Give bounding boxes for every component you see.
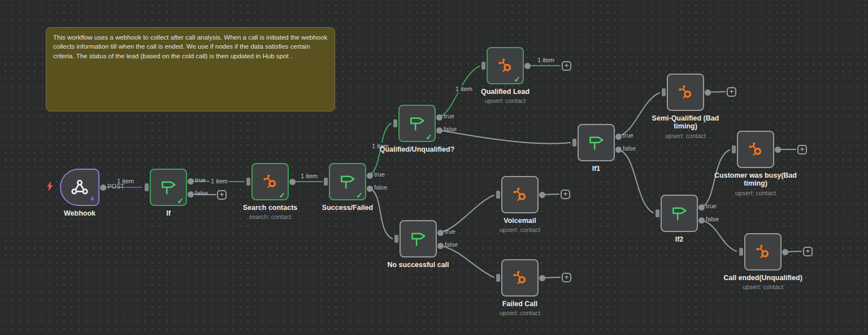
webhook-icon <box>70 178 89 197</box>
output-port-false[interactable] <box>437 243 444 249</box>
output-port[interactable] <box>289 179 296 185</box>
node-search-contacts[interactable]: ✓ Search contacts search: contact <box>251 163 289 200</box>
add-node-button[interactable]: + <box>562 273 571 282</box>
add-node-button[interactable]: + <box>561 190 570 199</box>
node-subtitle: upsert: contact <box>665 132 706 139</box>
port-label-true: true <box>374 171 385 178</box>
hubspot-icon <box>677 84 694 101</box>
node-if2-box[interactable] <box>661 195 698 232</box>
output-port-true[interactable] <box>436 114 442 121</box>
connection-if1-false-if2[interactable] <box>618 149 653 213</box>
add-node-button[interactable]: + <box>562 61 571 71</box>
output-port-false[interactable] <box>367 186 373 192</box>
hubspot-icon <box>497 57 514 74</box>
input-port[interactable] <box>496 191 500 199</box>
input-port[interactable] <box>393 119 397 127</box>
node-title: Semi-Qualified (Bad timing) <box>649 114 722 131</box>
node-semi-qualified-box[interactable] <box>667 74 704 111</box>
connection-qualified-false-if1[interactable] <box>439 130 570 144</box>
add-node-button[interactable]: + <box>217 190 227 200</box>
port-label-false: false <box>623 145 636 152</box>
node-call-ended-box[interactable] <box>744 233 782 270</box>
input-port[interactable] <box>572 139 576 147</box>
edge-label-items: 1 item <box>536 57 555 63</box>
sticky-note[interactable]: This workflow uses a webhook to collect … <box>46 27 335 111</box>
node-search-contacts-box[interactable]: ✓ <box>251 163 289 200</box>
connection-if2-false-callended[interactable] <box>701 220 736 251</box>
node-if-box[interactable]: ✓ <box>150 169 187 206</box>
add-node-button[interactable]: + <box>797 145 807 154</box>
node-if2[interactable]: true false If2 <box>661 195 698 232</box>
node-no-successful-call[interactable]: true false No successful call <box>400 220 437 257</box>
output-port-true[interactable] <box>698 204 705 211</box>
input-port[interactable] <box>481 62 485 70</box>
input-port[interactable] <box>394 235 398 243</box>
add-node-button[interactable]: + <box>803 247 813 256</box>
output-port[interactable] <box>775 147 781 153</box>
output-port-false[interactable] <box>615 147 622 153</box>
success-checkmark: ✓ <box>356 191 363 199</box>
plus-icon: + <box>730 87 734 96</box>
input-port[interactable] <box>246 178 250 186</box>
input-port[interactable] <box>662 88 666 96</box>
add-node-button[interactable]: + <box>727 87 736 97</box>
input-port[interactable] <box>739 248 743 256</box>
connection-successfailed-false-nosuccess[interactable] <box>369 188 392 239</box>
output-port-true[interactable] <box>615 134 622 140</box>
output-port-true[interactable] <box>437 230 444 236</box>
node-if1[interactable]: true false If1 <box>578 124 615 161</box>
node-customer-was-busy-box[interactable] <box>737 131 774 168</box>
node-failed-call-box[interactable] <box>501 259 539 297</box>
output-port[interactable] <box>705 89 711 96</box>
node-success-failed-box[interactable]: ✓ <box>329 163 366 200</box>
connection-nosuccess-true-voicemail[interactable] <box>440 195 494 233</box>
node-customer-was-busy[interactable]: Customer was busy(Bad timing) upsert: co… <box>737 131 774 168</box>
output-port-false[interactable] <box>188 191 194 197</box>
hubspot-icon <box>747 141 764 158</box>
node-subtitle: upsert: contact <box>485 97 526 104</box>
output-port-true[interactable] <box>188 178 194 184</box>
node-semi-qualified[interactable]: Semi-Qualified (Bad timing) upsert: cont… <box>667 74 704 111</box>
output-port-true[interactable] <box>367 173 373 179</box>
node-title: If1 <box>592 165 601 173</box>
port-label-true: true <box>706 203 717 209</box>
node-if1-box[interactable] <box>578 124 615 161</box>
output-port[interactable] <box>539 275 545 281</box>
success-checkmark: ✓ <box>514 75 520 83</box>
node-call-ended[interactable]: Call ended(Unqualified) upsert: contact <box>744 233 782 270</box>
node-success-failed[interactable]: ✓ true false Success/Failed <box>329 163 366 200</box>
input-port[interactable] <box>732 145 736 153</box>
node-title: Search contacts <box>243 204 298 212</box>
input-port[interactable] <box>656 209 659 217</box>
input-port[interactable] <box>145 183 149 191</box>
node-no-successful-call-box[interactable] <box>400 220 437 257</box>
node-if[interactable]: ✓ true false If <box>150 169 187 206</box>
input-port[interactable] <box>496 274 500 282</box>
node-subtitle: upsert: contact <box>500 226 540 233</box>
node-qualified-lead[interactable]: ✓ Qualified Lead upsert: contact <box>487 47 524 84</box>
node-qualified-lead-box[interactable]: ✓ <box>487 47 524 84</box>
input-port[interactable] <box>324 178 328 186</box>
node-webhook[interactable]: POST Webhook <box>60 169 99 206</box>
output-port[interactable] <box>100 184 106 191</box>
success-checkmark: ✓ <box>426 133 432 141</box>
plus-icon: + <box>806 247 810 255</box>
node-webhook-box[interactable] <box>60 169 99 206</box>
node-failed-call[interactable]: Failed Call upsert: contact <box>501 259 539 297</box>
output-port[interactable] <box>539 192 545 198</box>
node-qualified-unqualified-box[interactable]: ✓ <box>398 105 436 142</box>
port-label-false: false <box>445 241 458 248</box>
output-port[interactable] <box>524 63 531 69</box>
trigger-bolt-icon <box>46 181 54 191</box>
node-qualified-unqualified[interactable]: ✓ true false Qualified/Unqualified? <box>398 105 436 142</box>
workflow-canvas[interactable]: This workflow uses a webhook to collect … <box>0 0 868 335</box>
node-voicemail-box[interactable] <box>501 176 539 213</box>
plus-icon: + <box>565 61 569 70</box>
output-port-false[interactable] <box>698 217 705 224</box>
node-title: Customer was busy(Bad timing) <box>713 171 798 188</box>
node-voicemail[interactable]: Voicemail upsert: contact <box>501 176 539 213</box>
node-title: Webhook <box>64 209 96 217</box>
output-port[interactable] <box>782 249 788 255</box>
port-label-true: true <box>445 228 455 235</box>
output-port-false[interactable] <box>436 127 442 134</box>
